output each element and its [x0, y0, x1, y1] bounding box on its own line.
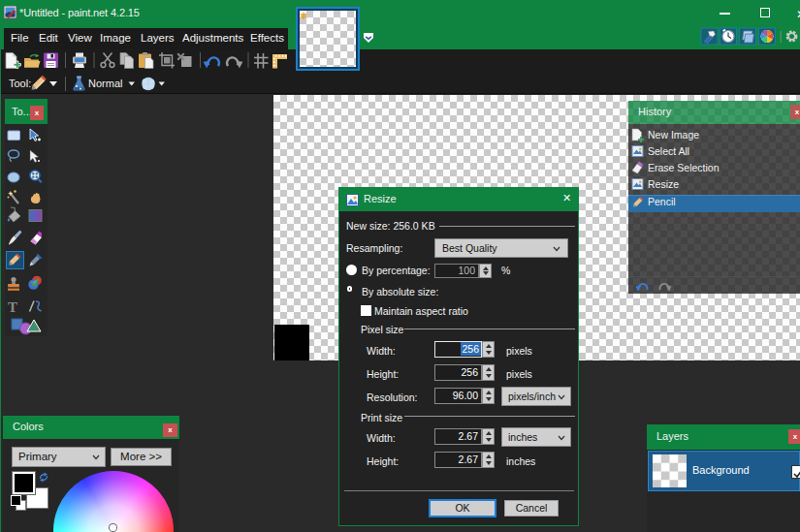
svg-text:T: T	[8, 299, 17, 315]
